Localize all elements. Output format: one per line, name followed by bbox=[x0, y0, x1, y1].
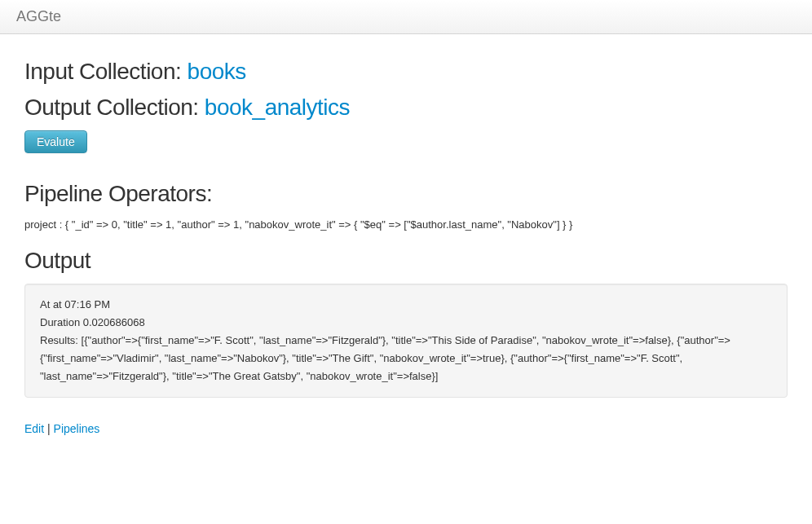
pipelines-link[interactable]: Pipelines bbox=[54, 422, 100, 435]
brand-link[interactable]: AGGte bbox=[16, 8, 61, 24]
output-collection-heading: Output Collection: book_analytics bbox=[24, 95, 788, 121]
output-results: Results: [{"author"=>{"first_name"=>"F. … bbox=[40, 332, 772, 385]
input-collection-link[interactable]: books bbox=[188, 59, 246, 84]
link-separator: | bbox=[44, 422, 53, 435]
output-collection-label: Output Collection: bbox=[24, 95, 205, 120]
main-container: Input Collection: books Output Collectio… bbox=[0, 34, 812, 460]
output-heading: Output bbox=[24, 248, 788, 274]
output-timestamp: At at 07:16 PM bbox=[40, 296, 772, 314]
output-duration: Duration 0.020686068 bbox=[40, 314, 772, 332]
edit-link[interactable]: Edit bbox=[24, 422, 44, 435]
evaluate-button[interactable]: Evalute bbox=[24, 130, 87, 153]
pipeline-operators-heading: Pipeline Operators: bbox=[24, 181, 788, 207]
output-collection-link[interactable]: book_analytics bbox=[205, 95, 350, 120]
output-panel: At at 07:16 PM Duration 0.020686068 Resu… bbox=[24, 284, 788, 398]
bottom-links: Edit | Pipelines bbox=[24, 422, 788, 435]
pipeline-text: project : { "_id" => 0, "title" => 1, "a… bbox=[24, 217, 788, 233]
navbar: AGGte bbox=[0, 0, 812, 34]
input-collection-label: Input Collection: bbox=[24, 59, 188, 84]
input-collection-heading: Input Collection: books bbox=[24, 59, 788, 85]
